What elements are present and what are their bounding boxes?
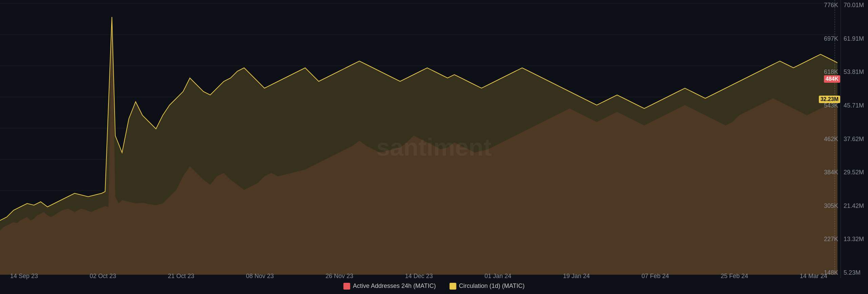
x-label-0: 14 Sep 23 <box>10 273 38 280</box>
y-label-right-6: 21.42M <box>841 202 868 210</box>
y-label-right-1: 61.91M <box>841 35 868 42</box>
x-label-10: 14 Mar 24 <box>800 273 827 280</box>
x-label-8: 07 Feb 24 <box>642 273 669 280</box>
y-axis-left: 776K 697K 618K 543K 462K 384K 305K 227K … <box>814 0 841 278</box>
y-label-right-2: 53.81M <box>841 68 868 76</box>
y-label-0: 776K <box>814 2 841 9</box>
y-label-right-7: 13.32M <box>841 236 868 243</box>
chart-legend: Active Addresses 24h (MATIC) Circulation… <box>343 278 525 294</box>
legend-label-pink: Active Addresses 24h (MATIC) <box>353 282 436 290</box>
y-label-7: 227K <box>814 236 841 243</box>
y-label-right-5: 29.52M <box>841 169 868 176</box>
y-label-right-8: 5.23M <box>841 269 868 276</box>
y-label-5: 384K <box>814 169 841 176</box>
y-label-6: 305K <box>814 202 841 210</box>
yellow-price-badge: 32.23M <box>819 96 840 103</box>
legend-label-yellow: Circulation (1d) (MATIC) <box>459 282 525 290</box>
y-label-2: 618K <box>814 68 841 76</box>
y-label-4: 462K <box>814 136 841 143</box>
y-axis-right: 70.01M 61.91M 53.81M 45.71M 37.62M 29.52… <box>841 0 868 278</box>
pink-price-badge: 484K <box>824 75 840 83</box>
legend-color-yellow <box>450 283 456 290</box>
chart-svg <box>0 0 837 278</box>
legend-item-pink: Active Addresses 24h (MATIC) <box>343 282 436 290</box>
x-label-7: 19 Jan 24 <box>563 273 590 280</box>
y-label-right-3: 45.71M <box>841 102 868 109</box>
legend-item-yellow: Circulation (1d) (MATIC) <box>450 282 525 290</box>
x-label-2: 21 Oct 23 <box>168 273 194 280</box>
x-label-1: 02 Oct 23 <box>90 273 116 280</box>
x-label-3: 08 Nov 23 <box>246 273 274 280</box>
y-label-right-0: 70.01M <box>841 2 868 9</box>
y-label-1: 697K <box>814 35 841 42</box>
x-label-9: 25 Feb 24 <box>721 273 748 280</box>
y-label-3: 543K <box>814 102 841 109</box>
legend-color-pink <box>343 283 350 290</box>
y-label-right-4: 37.62M <box>841 136 868 143</box>
chart-container: santiment 776K 697K 618K 543K 462K 384K … <box>0 0 868 294</box>
